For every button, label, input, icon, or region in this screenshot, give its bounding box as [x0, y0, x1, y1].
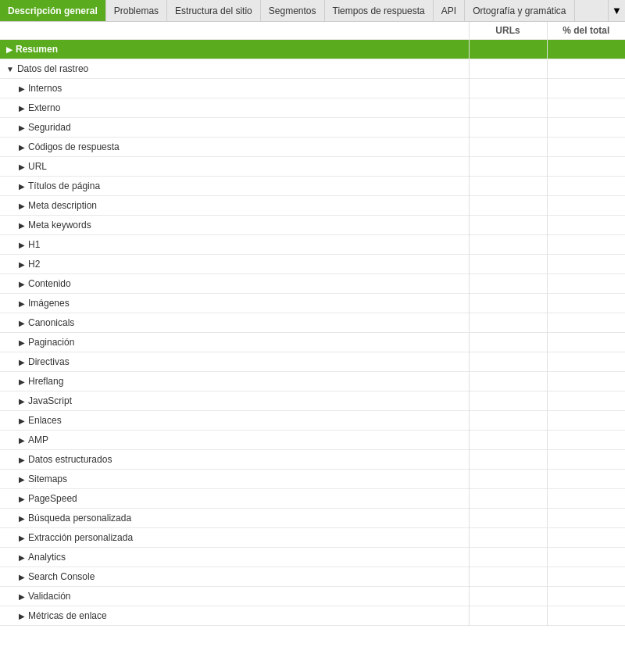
pct-cell	[547, 98, 625, 118]
urls-cell	[469, 352, 547, 372]
expand-icon[interactable]: ▶	[19, 202, 25, 210]
row-label: Seguridad	[28, 122, 71, 133]
tab-estructura-sitio[interactable]: Estructura del sitio	[167, 0, 261, 21]
row-label: Analytics	[28, 552, 66, 563]
expand-icon[interactable]: ▶	[19, 495, 25, 503]
column-header-row: URLs % del total	[0, 22, 625, 40]
table-row[interactable]: ▶Validación	[0, 587, 625, 606]
expand-icon[interactable]: ▶	[19, 241, 25, 249]
pct-cell	[547, 274, 625, 294]
expand-icon[interactable]: ▶	[19, 143, 25, 152]
urls-cell	[469, 372, 547, 391]
expand-icon[interactable]: ▶	[19, 553, 25, 562]
expand-icon[interactable]: ▶	[19, 416, 25, 425]
table-row[interactable]: ▶Directivas	[0, 352, 625, 372]
table-row[interactable]: ▶Enlaces	[0, 411, 625, 431]
table-row[interactable]: ▶Sitemaps	[0, 470, 625, 489]
table-row[interactable]: ▶PageSpeed	[0, 489, 625, 509]
pct-cell	[547, 548, 625, 567]
table-row[interactable]: ▶Seguridad	[0, 118, 625, 138]
expand-icon[interactable]: ▶	[19, 280, 25, 288]
row-label: Datos del rastreo	[17, 63, 88, 74]
row-label: Hreflang	[28, 376, 63, 387]
table-row[interactable]: ▶Datos estructurados	[0, 450, 625, 470]
expand-icon[interactable]: ▶	[19, 319, 25, 327]
expand-icon[interactable]: ▶	[19, 475, 25, 484]
expand-icon[interactable]: ▶	[19, 573, 25, 581]
table-row[interactable]: ▶Métricas de enlace	[0, 606, 625, 626]
expand-icon[interactable]: ▶	[19, 221, 25, 230]
expand-icon[interactable]: ▶	[19, 534, 25, 542]
pct-cell	[547, 40, 625, 59]
urls-cell	[469, 177, 547, 196]
table-row[interactable]: ▶Analytics	[0, 548, 625, 567]
table-row[interactable]: ▶Imágenes	[0, 294, 625, 313]
table-row[interactable]: ▶Search Console	[0, 567, 625, 587]
expand-icon[interactable]: ▶	[19, 436, 25, 445]
table-row[interactable]: ▶Paginación	[0, 333, 625, 352]
table-row[interactable]: ▶Externo	[0, 98, 625, 118]
table-row[interactable]: ▶Extracción personalizada	[0, 528, 625, 548]
collapse-icon[interactable]: ▼	[6, 65, 14, 73]
expand-icon[interactable]: ▶	[19, 104, 25, 113]
pct-cell	[547, 79, 625, 98]
row-label: Validación	[28, 591, 70, 602]
expand-icon[interactable]: ▶	[19, 358, 25, 366]
pct-column-header: % del total	[547, 22, 625, 40]
urls-cell	[469, 548, 547, 567]
row-label: URL	[28, 161, 47, 172]
tab-problemas[interactable]: Problemas	[106, 0, 167, 21]
expand-icon[interactable]: ▶	[19, 182, 25, 191]
tab-descripcion-general[interactable]: Descripción general	[0, 0, 106, 21]
expand-icon[interactable]: ▶	[19, 338, 25, 347]
urls-cell	[469, 313, 547, 333]
table-row[interactable]: ▶Meta description	[0, 196, 625, 216]
expand-icon[interactable]: ▶	[19, 123, 25, 132]
table-row[interactable]: ▶Títulos de página	[0, 177, 625, 196]
tab-dropdown-button[interactable]: ▼	[608, 0, 625, 21]
expand-icon[interactable]: ▶	[19, 377, 25, 386]
row-label: PageSpeed	[28, 493, 77, 504]
expand-icon[interactable]: ▶	[19, 84, 25, 93]
table-row[interactable]: ▶Hreflang	[0, 372, 625, 391]
expand-icon[interactable]: ▶	[19, 163, 25, 171]
pct-cell	[547, 450, 625, 470]
pct-cell	[547, 372, 625, 391]
table-row[interactable]: ▼Datos del rastreo	[0, 59, 625, 79]
expand-icon[interactable]: ▶	[19, 260, 25, 269]
expand-icon[interactable]: ▶	[19, 514, 25, 523]
table-row[interactable]: ▶Canonicals	[0, 313, 625, 333]
expand-icon[interactable]: ▶	[19, 612, 25, 620]
table-row[interactable]: ▶Búsqueda personalizada	[0, 509, 625, 528]
urls-column-header: URLs	[469, 22, 547, 40]
data-table: URLs % del total ▶Resumen▼Datos del rast…	[0, 22, 625, 626]
table-row[interactable]: ▶H1	[0, 235, 625, 255]
expand-icon[interactable]: ▶	[6, 45, 12, 54]
tab-ortografia[interactable]: Ortografía y gramática	[465, 0, 574, 21]
urls-cell	[469, 138, 547, 157]
row-label: Paginación	[28, 337, 74, 348]
table-row[interactable]: ▶Meta keywords	[0, 216, 625, 235]
table-row[interactable]: ▶Internos	[0, 79, 625, 98]
expand-icon[interactable]: ▶	[19, 456, 25, 464]
tab-api[interactable]: API	[434, 0, 465, 21]
tab-tiempos-respuesta[interactable]: Tiempos de respuesta	[325, 0, 434, 21]
table-row[interactable]: ▶Códigos de respuesta	[0, 138, 625, 157]
expand-icon[interactable]: ▶	[19, 592, 25, 601]
row-label: H1	[28, 239, 40, 250]
table-row[interactable]: ▶JavaScript	[0, 391, 625, 411]
urls-cell	[469, 606, 547, 626]
table-row[interactable]: ▶AMP	[0, 431, 625, 450]
expand-icon[interactable]: ▶	[19, 299, 25, 308]
row-label: Códigos de respuesta	[28, 141, 120, 152]
table-row[interactable]: ▶URL	[0, 157, 625, 177]
expand-icon[interactable]: ▶	[19, 397, 25, 406]
row-label: Contenido	[28, 278, 71, 289]
pct-cell	[547, 489, 625, 509]
chevron-down-icon: ▼	[612, 5, 622, 16]
table-row[interactable]: ▶Contenido	[0, 274, 625, 294]
pct-cell	[547, 587, 625, 606]
table-row[interactable]: ▶Resumen	[0, 40, 625, 59]
table-row[interactable]: ▶H2	[0, 255, 625, 274]
tab-segmentos[interactable]: Segmentos	[261, 0, 325, 21]
